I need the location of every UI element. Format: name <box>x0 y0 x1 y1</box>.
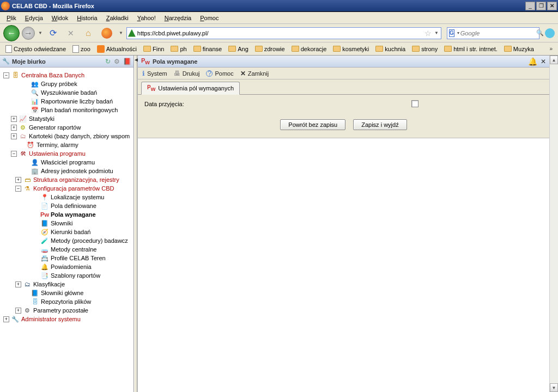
tree-item-plan-bada-monitoringowych[interactable]: 📅Plan badań monitoringowych <box>0 106 134 114</box>
refresh-tree-icon[interactable]: ↻ <box>105 58 111 65</box>
engine-dropdown-icon[interactable]: ▾ <box>457 30 459 35</box>
tree-item-raportowanie-liczby-bada-[interactable]: 📊Raportowanie liczby badań <box>0 97 134 106</box>
scroll-track[interactable] <box>550 64 558 383</box>
tree-item-profile-celab-teren[interactable]: 📇Profile CELAB Teren <box>0 254 134 262</box>
logo-dropdown-icon[interactable]: ▼ <box>119 30 123 35</box>
checkbox-data-przyjecia[interactable] <box>411 100 418 107</box>
splitter[interactable]: ◄ <box>134 56 137 392</box>
tree-item-wyszukiwanie-bada-[interactable]: 🔍Wyszukiwanie badań <box>0 88 134 97</box>
bookmark-html-i-str.-intrnet.[interactable]: html i str. intrnet. <box>442 45 500 53</box>
menu-narzędzia[interactable]: Narzędzia <box>160 14 196 22</box>
bookmark-muzyka[interactable]: Muzyka <box>502 45 536 53</box>
tree-item-generator-raport-w[interactable]: +⚙Generator raportów <box>0 123 134 132</box>
bookmark-aktualności[interactable]: Aktualności <box>95 44 139 54</box>
bookmark-star-icon[interactable]: ☆ <box>424 29 432 38</box>
vertical-scrollbar[interactable]: ▲ ▼ <box>549 56 558 392</box>
save-and-exit-button[interactable]: Zapisz i wyjdź <box>353 119 407 130</box>
navigation-tree[interactable]: −🗄Centralna Baza Danych👥Grupy próbek🔍Wys… <box>0 68 134 392</box>
history-dropdown-icon[interactable]: ▼ <box>38 30 43 35</box>
tree-item-kartoteki-bazy-danych-zbiory-wspom[interactable]: +🗂Kartoteki (bazy danych, zbiory wspom <box>0 132 134 140</box>
bookmark-ang[interactable]: Ang <box>226 45 251 53</box>
collapse-icon[interactable]: − <box>11 151 17 157</box>
expand-icon[interactable]: + <box>11 116 17 122</box>
bookmarks-overflow-icon[interactable]: » <box>547 46 555 52</box>
expand-icon[interactable]: + <box>11 133 17 139</box>
menu-pomoc[interactable]: Pomoc <box>196 14 223 22</box>
menu-edycja[interactable]: Edycja <box>21 14 47 22</box>
expand-icon[interactable]: + <box>15 281 21 287</box>
scroll-up-button[interactable]: ▲ <box>550 56 558 64</box>
url-dropdown-icon[interactable]: ▼ <box>434 30 439 35</box>
expand-icon[interactable]: + <box>15 308 21 314</box>
tree-item-metody-centralne[interactable]: 🧫Metody centralne <box>0 245 134 254</box>
collapse-icon[interactable]: − <box>15 186 21 192</box>
tree-item-parametry-pozosta-e[interactable]: +⚙Parametry pozostałe <box>0 306 134 315</box>
tree-item-grupy-pr-bek[interactable]: 👥Grupy próbek <box>0 79 134 88</box>
expand-icon[interactable]: + <box>3 316 9 322</box>
tree-item-ustawienia-programu[interactable]: −🛠Ustawienia programu <box>0 149 134 158</box>
tree-item-pola-definiowane[interactable]: 📄Pola definiowane <box>0 201 134 210</box>
toolbar-close[interactable]: ✕Zamknij <box>240 70 269 77</box>
expand-icon[interactable]: + <box>15 177 21 183</box>
bookmark-zoo[interactable]: zoo <box>70 44 93 54</box>
tree-item-terminy-alarmy[interactable]: ⏰Terminy, alarmy <box>0 140 134 149</box>
bookmark-icon[interactable]: 📕 <box>123 58 131 65</box>
collapse-arrow-icon[interactable]: ◄ <box>134 57 139 63</box>
bookmark-kosmetyki[interactable]: kosmetyki <box>331 45 371 53</box>
back-without-save-button[interactable]: Powrót bez zapisu <box>280 119 345 130</box>
bookmark-finanse[interactable]: finanse <box>191 45 224 53</box>
tree-item-statystyki[interactable]: +📈Statystyki <box>0 114 134 123</box>
site-identity-icon[interactable] <box>128 29 136 37</box>
tree-item-centralna-baza-danych[interactable]: −🗄Centralna Baza Danych <box>0 71 134 79</box>
toolbar-system[interactable]: ℹSystem <box>142 70 167 77</box>
settings-gear-icon[interactable]: ⚙ <box>114 58 120 65</box>
menu-yahoo![interactable]: Yahoo! <box>133 14 160 22</box>
home-button[interactable]: ⌂ <box>81 26 96 41</box>
search-bar[interactable]: G ▾ 🔍 <box>447 27 539 39</box>
toolbar-print[interactable]: 🖶Drukuj <box>174 70 200 77</box>
expand-icon[interactable]: + <box>11 125 17 131</box>
notifications-icon[interactable]: 🔔 <box>528 57 537 66</box>
bookmark-dekoracje[interactable]: dekoracje <box>289 45 329 53</box>
bookmark-finn[interactable]: Finn <box>141 45 166 53</box>
skype-icon[interactable] <box>545 28 555 38</box>
reload-button[interactable]: ⟳ <box>46 26 61 41</box>
tree-item-lokalizacje-systemu[interactable]: 📍Lokalizacje systemu <box>0 193 134 201</box>
menu-historia[interactable]: Historia <box>72 14 101 22</box>
google-engine-icon[interactable]: G <box>449 29 454 37</box>
close-window-button[interactable]: ✕ <box>547 2 557 10</box>
tree-item-powiadomienia[interactable]: 🔔Powiadomienia <box>0 262 134 271</box>
tree-item-pola-wymagane[interactable]: PwPola wymagane <box>0 210 134 219</box>
tree-item-adresy-jednostek-podmiotu[interactable]: 🏢Adresy jednostek podmiotu <box>0 167 134 175</box>
restore-button[interactable]: ❐ <box>536 2 546 10</box>
bookmark-strony[interactable]: strony <box>410 45 440 53</box>
url-input[interactable] <box>137 30 423 36</box>
panel-close-icon[interactable]: ✕ <box>541 58 546 65</box>
scroll-down-button[interactable]: ▼ <box>550 383 558 392</box>
collapse-icon[interactable]: − <box>3 72 9 78</box>
bookmark-zdrowie[interactable]: zdrowie <box>253 45 287 53</box>
menu-plik[interactable]: Plik <box>2 14 21 22</box>
forward-button[interactable]: → <box>22 27 35 40</box>
back-button[interactable]: ← <box>3 25 20 41</box>
minimize-button[interactable]: _ <box>525 2 535 10</box>
bookmark-kuchnia[interactable]: kuchnia <box>373 45 408 53</box>
tree-item-struktura-organizacyjna-rejestry[interactable]: +🗃Struktura organizacyjna, rejestry <box>0 175 134 184</box>
tree-item-s-owniki-g-wne[interactable]: 📘Słowniki główne <box>0 289 134 297</box>
tree-item-metody-procedury-badawcz[interactable]: 🧪Metody (procedury) badawcz <box>0 236 134 245</box>
tree-item-konfiguracja-parametr-w-cbd[interactable]: −⚗Konfiguracja parametrów CBD <box>0 184 134 193</box>
toolbar-help[interactable]: ?Pomoc <box>206 70 233 77</box>
bookmark-często-odwiedzane[interactable]: Często odwiedzane <box>3 44 68 54</box>
tree-item-administrator-systemu[interactable]: +🔧Administrator systemu <box>0 315 134 323</box>
url-bar[interactable]: ☆ ▼ <box>126 27 441 39</box>
tab-required-fields[interactable]: Pw Ustawienia pól wymaganych <box>141 82 240 95</box>
tree-item-repozytoria-plik-w[interactable]: 🗄Repozytoria plików <box>0 297 134 306</box>
tree-item-w-a-ciciel-programu[interactable]: 👤Właściciel programu <box>0 158 134 167</box>
search-input[interactable] <box>460 30 536 36</box>
tree-item-s-owniki[interactable]: 📘Słowniki <box>0 219 134 228</box>
search-submit-icon[interactable]: 🔍 <box>536 29 544 36</box>
tree-item-kierunki-bada-[interactable]: 🧭Kierunki badań <box>0 228 134 236</box>
tree-item-klasyfikacje[interactable]: +🗂Klasyfikacje <box>0 280 134 289</box>
menu-widok[interactable]: Widok <box>47 14 73 22</box>
bookmark-ph[interactable]: ph <box>168 45 189 53</box>
